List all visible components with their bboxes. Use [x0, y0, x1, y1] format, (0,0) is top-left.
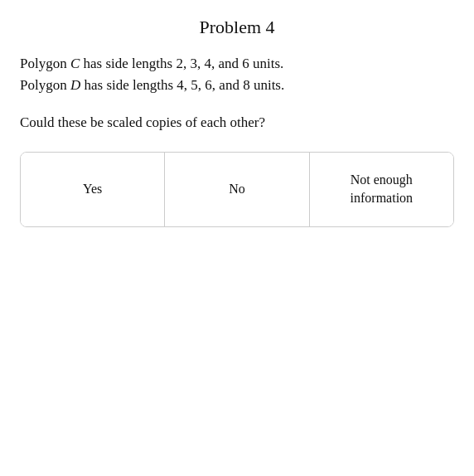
polygon-d-var: D — [70, 77, 80, 93]
polygon-d-sides: has side lengths 4, 5, 6, and 8 units. — [80, 77, 284, 93]
not-enough-info-button[interactable]: Not enough information — [310, 153, 453, 226]
problem-description: Polygon C has side lengths 2, 3, 4, and … — [20, 53, 454, 97]
question-text: Could these be scaled copies of each oth… — [20, 112, 454, 134]
polygon-c-sides: has side lengths 2, 3, 4, and 6 units. — [80, 56, 283, 71]
yes-button[interactable]: Yes — [21, 153, 165, 226]
no-button[interactable]: No — [165, 153, 309, 226]
polygon-d-intro: Polygon — [20, 77, 70, 93]
problem-title: Problem 4 — [20, 17, 454, 38]
answer-button-group: Yes No Not enough information — [20, 152, 454, 227]
page-container: Problem 4 Polygon C has side lengths 2, … — [0, 0, 474, 476]
polygon-c-var: C — [70, 56, 80, 71]
polygon-c-intro: Polygon — [20, 56, 70, 71]
